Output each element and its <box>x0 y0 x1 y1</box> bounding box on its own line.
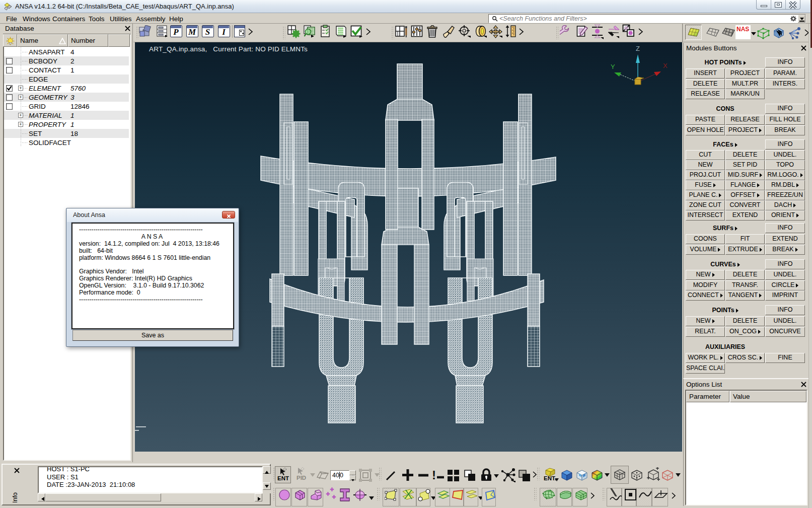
svg-text:X: X <box>663 62 668 69</box>
svg-text:Y: Y <box>611 63 615 70</box>
svg-text:!: ! <box>432 469 436 481</box>
svg-text:Z: Z <box>636 45 640 52</box>
